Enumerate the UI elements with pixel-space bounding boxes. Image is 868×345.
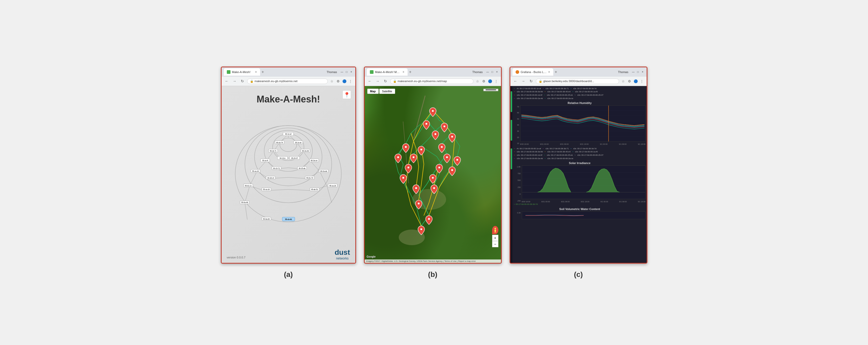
y2-m250: -250 xyxy=(515,200,521,202)
x-831-08: 8/31 08:00 xyxy=(560,143,568,145)
svg-text:55-ca-16: 55-ca-16 xyxy=(252,170,259,172)
tab-close-b[interactable]: × xyxy=(403,70,404,74)
new-tab-btn-a[interactable]: + xyxy=(260,68,268,76)
content-area-c: ─rh: 00-17-0d-00-00-60-1e-af ─s3x: 00-17… xyxy=(510,86,647,263)
forward-btn-b[interactable]: → xyxy=(375,78,381,84)
extension1-icon-b[interactable]: ⚙ xyxy=(481,79,487,84)
svg-point-91 xyxy=(412,156,414,158)
chart1-y-axis: 70 60 50 40 30 20 10 xyxy=(514,105,520,145)
l2-s3x5: ─ xyxy=(572,150,573,154)
menu-icon-b[interactable]: ⋮ xyxy=(494,79,499,84)
address-bar-a[interactable]: 🔒 makeamesh.eu-gb.mybluemix.net xyxy=(247,79,328,84)
svg-point-87 xyxy=(405,146,407,148)
map-toolbar: Map Satellite xyxy=(367,89,395,94)
svg-line-107 xyxy=(495,232,496,233)
url-a: makeamesh.eu-gb.mybluemix.net xyxy=(255,80,298,83)
window-controls-c: Thomas — □ × xyxy=(618,70,645,74)
svg-point-95 xyxy=(438,166,440,168)
svg-point-86 xyxy=(451,136,453,137)
close-btn-b[interactable]: × xyxy=(495,70,499,74)
y2-750: 750 xyxy=(515,172,521,175)
l2-s3x6: ─ xyxy=(514,154,515,157)
x2-830-16: 8/30 16:00 xyxy=(522,201,530,202)
x-831-16: 8/31 16:00 xyxy=(580,143,589,145)
svg-point-101 xyxy=(418,202,420,205)
y-10: 10 xyxy=(515,143,519,144)
zoom-out-btn[interactable]: − xyxy=(492,241,498,247)
new-tab-btn-b[interactable]: + xyxy=(408,68,415,76)
secure-icon-b: 🔒 xyxy=(393,80,397,83)
back-btn-c[interactable]: ← xyxy=(513,78,519,84)
back-btn-a[interactable]: ← xyxy=(224,78,230,84)
legend-s3x1: ─ xyxy=(542,87,544,91)
extension2-icon-a[interactable]: 🔵 xyxy=(342,79,347,84)
tab-close-c[interactable]: × xyxy=(548,70,550,74)
bookmark-icon-c[interactable]: ☆ xyxy=(621,79,626,84)
close-btn-a[interactable]: × xyxy=(350,70,353,74)
maximize-btn-c[interactable]: □ xyxy=(636,70,640,74)
back-btn-b[interactable]: ← xyxy=(367,78,373,84)
bookmark-icon-a[interactable]: ☆ xyxy=(329,79,335,84)
svg-text:65-ab-51: 65-ab-51 xyxy=(311,188,318,190)
browser-toolbar-c: ← → ↻ 🔒 glaser.berkeley.edu:3000/dashboa… xyxy=(510,77,647,86)
map-zoom-controls: + − xyxy=(492,235,498,247)
address-bar-b[interactable]: 🔒 makeamesh.eu-gb.mybluemix.net/map xyxy=(390,79,473,84)
legend-s3x9-label: s3x: 00-17-0d-00-00-60-2a-4d xyxy=(517,97,543,100)
refresh-btn-a[interactable]: ↻ xyxy=(239,78,246,84)
x2-91-08: 9/1 08:00 xyxy=(619,201,627,202)
legend-s3x8: ─ xyxy=(574,94,576,97)
tab-grafana[interactable]: Grafana - Bucks Lake × xyxy=(513,68,553,76)
tabs-a: Make-A-Mesh! × + xyxy=(224,68,268,76)
forward-btn-a[interactable]: → xyxy=(231,78,238,84)
mesh-network-diagram: 60-1e-af 60-cb-74 35-1e-af 50-cb-71 60-2… xyxy=(233,110,344,258)
zoom-in-btn[interactable]: + xyxy=(492,235,498,241)
svg-text:55-ca-16: 55-ca-16 xyxy=(263,188,270,190)
map-btn-satellite[interactable]: Satellite xyxy=(379,89,395,94)
minimize-btn-a[interactable]: — xyxy=(340,70,344,74)
minimize-btn-c[interactable]: — xyxy=(631,70,635,74)
grafana-main-area: ─rh: 00-17-0d-00-00-60-1e-af ─s3x: 00-17… xyxy=(513,86,647,221)
humidity-svg xyxy=(520,105,646,142)
new-tab-btn-c[interactable]: + xyxy=(553,68,561,76)
refresh-btn-c[interactable]: ↻ xyxy=(528,78,534,84)
svg-point-104 xyxy=(494,228,496,229)
map-btn-map[interactable]: Map xyxy=(367,89,379,94)
maximize-btn-a[interactable]: □ xyxy=(345,70,348,74)
tab-map[interactable]: Make-A-Mesh! Map - 30... × xyxy=(367,68,408,76)
legend-s3x10: ─ xyxy=(545,97,546,100)
chart3-section: Soil Volumetric Water Content 0.30 xyxy=(514,208,646,220)
window-controls-a: Thomas — □ × xyxy=(327,70,353,74)
extension1-icon-c[interactable]: ⚙ xyxy=(627,79,632,84)
browser-toolbar-b: ← → ↻ 🔒 makeamesh.eu-gb.mybluemix.net/ma… xyxy=(365,77,501,86)
legend-s3x8-label: s3x: 00-17-0d-00-00-60-29-37 xyxy=(578,94,603,97)
extension1-icon-a[interactable]: ⚙ xyxy=(336,79,341,84)
menu-icon-c[interactable]: ⋮ xyxy=(639,79,645,84)
svg-line-35 xyxy=(288,177,308,179)
legend-s3x4-label: s3x: 00-17-0d-00-38-40-e4 xyxy=(547,90,570,94)
tab-make-a-mesh[interactable]: Make-A-Mesh! × xyxy=(224,68,260,76)
forward-btn-c[interactable]: → xyxy=(520,78,526,84)
refresh-btn-b[interactable]: ↻ xyxy=(382,78,389,84)
svg-point-103 xyxy=(420,228,422,230)
svg-line-17 xyxy=(250,171,257,186)
extension2-icon-c[interactable]: 🔵 xyxy=(633,79,638,84)
tab-close-a[interactable]: × xyxy=(255,70,257,74)
legend-s3x9: ─ xyxy=(514,97,515,100)
address-bar-c[interactable]: 🔒 glaser.berkeley.edu:3000/dashboard/d..… xyxy=(536,79,619,84)
street-view-icon[interactable] xyxy=(492,226,498,234)
extension2-icon-b[interactable]: 🔵 xyxy=(488,79,493,84)
y-50: 50 xyxy=(515,118,519,120)
legend2-row-4: ─s3x: 00-17-0d-00-00-60-2a-4d ─s3x: 00-1… xyxy=(514,157,646,160)
legend-row-4: ─s3x: 00-17-0d-00-00-60-2a-4d ─s3x: 00-1… xyxy=(514,97,646,100)
svg-point-88 xyxy=(420,149,422,150)
menu-icon-a[interactable]: ⋮ xyxy=(348,79,353,84)
y3-030: 0.30 xyxy=(517,212,521,214)
bookmark-icon-b[interactable]: ☆ xyxy=(475,79,480,84)
dust-logo-subtitle: networks xyxy=(335,257,350,260)
minimize-btn-b[interactable]: — xyxy=(486,70,490,74)
legend-row-1: ─rh: 00-17-0d-00-00-60-1e-af ─s3x: 00-17… xyxy=(514,87,646,91)
tabs-c: Grafana - Bucks Lake × + xyxy=(513,68,561,76)
browser-window-b: Make-A-Mesh! Map - 30... × + Thomas — □ … xyxy=(364,67,502,263)
close-btn-c[interactable]: × xyxy=(641,70,645,74)
maximize-btn-b[interactable]: □ xyxy=(491,70,494,74)
